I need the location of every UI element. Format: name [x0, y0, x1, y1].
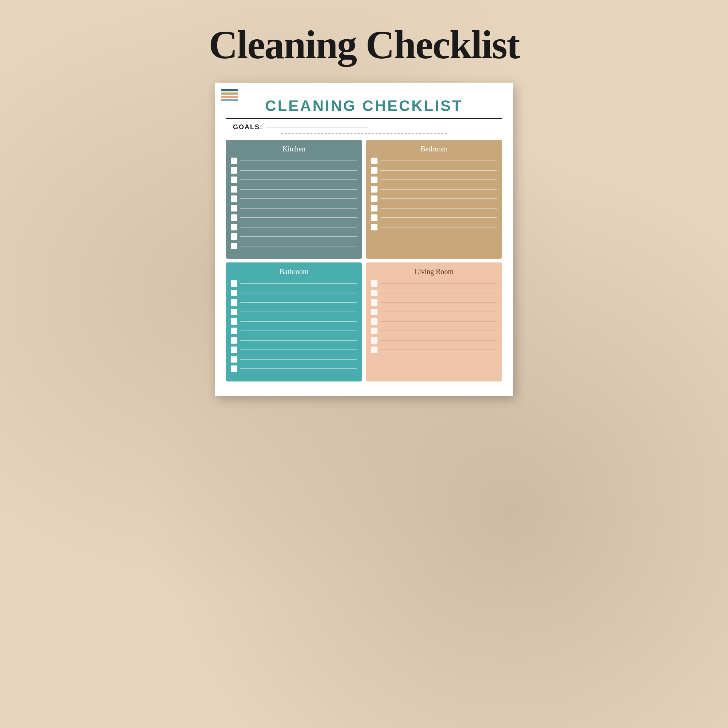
checkbox[interactable]	[371, 347, 378, 353]
section-bathroom: Bathroom	[226, 262, 362, 381]
document-header: CLEANING CHECKLIST	[226, 93, 502, 115]
checkbox[interactable]	[231, 186, 237, 193]
list-item	[371, 196, 497, 202]
item-line	[380, 161, 497, 161]
checkbox[interactable]	[231, 337, 237, 344]
checkbox[interactable]	[371, 205, 378, 211]
list-item	[371, 158, 497, 164]
checkbox[interactable]	[231, 205, 237, 211]
item-line	[380, 302, 497, 303]
list-item	[231, 309, 357, 315]
item-line	[240, 349, 357, 350]
list-item	[371, 205, 497, 211]
checkbox[interactable]	[371, 158, 378, 164]
item-line	[240, 283, 357, 284]
logo	[221, 89, 238, 102]
checkbox[interactable]	[371, 214, 378, 221]
checkbox[interactable]	[231, 243, 237, 249]
checkbox[interactable]	[231, 214, 237, 221]
list-item	[231, 224, 357, 230]
checkbox[interactable]	[371, 337, 378, 344]
item-line	[240, 359, 357, 359]
item-line	[380, 170, 497, 171]
goals-row: GOALS:	[226, 123, 502, 131]
checkbox[interactable]	[231, 290, 237, 296]
checkbox[interactable]	[231, 280, 237, 287]
section-kitchen-title: Kitchen	[231, 145, 357, 153]
item-line	[380, 321, 497, 322]
list-item	[231, 299, 357, 306]
list-item	[371, 299, 497, 306]
dashed-divider	[281, 133, 447, 134]
checkbox[interactable]	[231, 299, 237, 306]
document-title: CLEANING CHECKLIST	[265, 97, 463, 115]
item-line	[380, 189, 497, 190]
checkbox[interactable]	[371, 177, 378, 183]
item-line	[240, 179, 357, 180]
logo-stripe-1	[221, 89, 238, 91]
item-line	[380, 179, 497, 180]
checkbox[interactable]	[231, 167, 237, 174]
item-line	[240, 198, 357, 199]
item-line	[380, 217, 497, 218]
checkbox[interactable]	[371, 290, 378, 296]
list-item	[231, 327, 357, 334]
item-line	[240, 321, 357, 322]
list-item	[371, 186, 497, 193]
item-line	[380, 330, 497, 331]
list-item	[371, 318, 497, 325]
checkbox[interactable]	[371, 224, 378, 230]
goals-label: GOALS:	[233, 123, 263, 131]
list-item	[231, 186, 357, 193]
checkbox[interactable]	[231, 347, 237, 353]
list-item	[231, 366, 357, 372]
item-line	[240, 369, 357, 369]
logo-stripe-2	[221, 92, 238, 95]
checkbox[interactable]	[231, 356, 237, 362]
checkbox[interactable]	[231, 327, 237, 334]
checkbox[interactable]	[231, 318, 237, 325]
list-item	[231, 243, 357, 249]
section-livingroom: Living Room	[366, 262, 502, 381]
list-item	[371, 309, 497, 315]
checkbox[interactable]	[371, 196, 378, 202]
header-divider	[226, 118, 502, 119]
checkbox[interactable]	[371, 318, 378, 325]
list-item	[371, 327, 497, 334]
item-line	[240, 340, 357, 341]
item-line	[240, 293, 357, 294]
checkbox[interactable]	[371, 186, 378, 193]
list-item	[371, 347, 497, 353]
item-line	[380, 340, 497, 341]
item-line	[380, 293, 497, 294]
checkbox[interactable]	[231, 366, 237, 372]
item-line	[240, 217, 357, 218]
list-item	[231, 158, 357, 164]
checkbox[interactable]	[231, 309, 237, 315]
page-title: Cleaning Checklist	[209, 22, 519, 68]
checkbox[interactable]	[371, 280, 378, 287]
list-item	[231, 214, 357, 221]
list-item	[231, 356, 357, 362]
section-bedroom: Bedroom	[366, 140, 502, 259]
checkbox[interactable]	[231, 177, 237, 183]
item-line	[240, 161, 357, 161]
checkbox[interactable]	[231, 158, 237, 164]
checkbox[interactable]	[371, 327, 378, 334]
item-line	[380, 227, 497, 228]
section-bathroom-title: Bathroom	[231, 268, 357, 276]
list-item	[231, 167, 357, 174]
item-line	[240, 302, 357, 303]
checkbox[interactable]	[371, 309, 378, 315]
checkbox[interactable]	[231, 224, 237, 230]
checkbox[interactable]	[231, 233, 237, 240]
checkbox[interactable]	[371, 167, 378, 174]
checkbox[interactable]	[231, 196, 237, 202]
item-line	[240, 227, 357, 228]
item-line	[380, 208, 497, 209]
section-kitchen: Kitchen	[226, 140, 362, 259]
list-item	[371, 337, 497, 344]
checkbox[interactable]	[371, 299, 378, 306]
section-livingroom-title: Living Room	[371, 268, 497, 276]
item-line	[380, 312, 497, 312]
